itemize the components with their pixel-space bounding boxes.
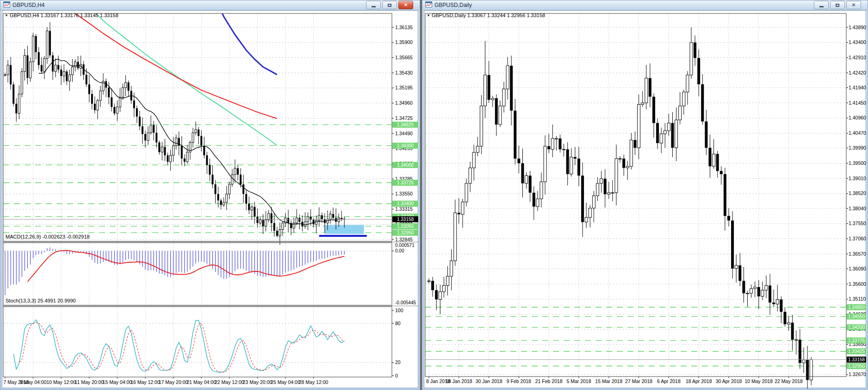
- svg-text:1.33425: 1.33425: [848, 349, 865, 354]
- svg-text:30 Jan 2018: 30 Jan 2018: [476, 378, 502, 384]
- svg-text:22 May 2018: 22 May 2018: [775, 378, 803, 384]
- svg-text:6 Apr 2018: 6 Apr 2018: [657, 378, 681, 384]
- svg-text:100: 100: [395, 308, 403, 313]
- svg-text:1.36090: 1.36090: [849, 266, 866, 271]
- svg-text:1.33158: 1.33158: [397, 217, 414, 222]
- svg-text:1.40960: 1.40960: [849, 115, 866, 120]
- svg-text:0: 0: [395, 373, 398, 378]
- minimize-icon: [819, 6, 824, 7]
- close-button[interactable]: ✕: [398, 1, 413, 9]
- chart-window-daily: GBPUSD,Daily ✕ 1.438901.434001.429101.42…: [422, 0, 868, 390]
- restore-icon: [836, 4, 839, 7]
- price-chart-canvas-daily[interactable]: 1.438901.434001.429101.424201.419401.414…: [424, 11, 867, 389]
- svg-text:1.42910: 1.42910: [849, 55, 866, 60]
- restore-button[interactable]: [382, 1, 397, 9]
- svg-text:1.34850: 1.34850: [848, 305, 865, 310]
- chart-ohlc-label-h4: ▼GBPUSD,H4 1.33167 1.33176 1.33145 1.331…: [5, 13, 118, 18]
- svg-text:15 Mar 2018: 15 Mar 2018: [595, 378, 622, 384]
- stoch-indicator-label: Stoch(13,3,3) 25.4991 20.9990: [6, 298, 76, 303]
- svg-text:1.34000: 1.34000: [397, 163, 414, 168]
- svg-text:1.41450: 1.41450: [849, 100, 866, 106]
- svg-text:1.33400: 1.33400: [397, 201, 414, 206]
- window-titlebar-h4[interactable]: GBPUSD,H4 ✕: [0, 0, 420, 10]
- svg-text:30 Apr 2018: 30 Apr 2018: [716, 378, 742, 384]
- window-title: GBPUSD,H4: [12, 2, 44, 8]
- svg-text:1.35900: 1.35900: [395, 39, 413, 45]
- svg-text:21 May 04:00: 21 May 04:00: [186, 379, 216, 385]
- svg-text:1.37060: 1.37060: [849, 236, 866, 241]
- close-button[interactable]: ✕: [846, 1, 861, 9]
- dropdown-arrow-icon[interactable]: ▼: [427, 13, 430, 18]
- svg-text:1.38040: 1.38040: [849, 206, 866, 211]
- minimize-button[interactable]: [814, 1, 829, 9]
- svg-text:1.33158: 1.33158: [848, 357, 865, 362]
- restore-icon: [388, 4, 391, 7]
- svg-text:28 May 12:00: 28 May 12:00: [299, 379, 329, 385]
- chart-ohlc-label-daily: ▼GBPUSD,Daily 1.33067 1.33244 1.32956 1.…: [427, 13, 545, 18]
- dropdown-arrow-icon[interactable]: ▼: [5, 13, 8, 18]
- svg-text:1.32670: 1.32670: [849, 371, 866, 377]
- chart-window-icon: [3, 1, 10, 9]
- svg-text:1.32950: 1.32950: [397, 230, 414, 235]
- svg-text:17 May 20:00: 17 May 20:00: [159, 379, 188, 385]
- svg-text:-0.005445: -0.005445: [395, 300, 416, 305]
- svg-text:9 Feb 2018: 9 Feb 2018: [507, 378, 531, 384]
- svg-text:1.34625: 1.34625: [397, 122, 414, 127]
- svg-text:11 May 20:00: 11 May 20:00: [74, 379, 104, 385]
- window-controls: ✕: [366, 1, 417, 9]
- svg-text:1.34960: 1.34960: [395, 100, 413, 106]
- svg-text:18 Jan 2018: 18 Jan 2018: [446, 378, 472, 384]
- svg-text:1.39010: 1.39010: [849, 176, 866, 181]
- close-icon: ✕: [404, 3, 408, 7]
- svg-text:1.32950: 1.32950: [848, 364, 865, 369]
- restore-button[interactable]: [830, 1, 845, 9]
- svg-text:1.35600: 1.35600: [849, 281, 866, 287]
- svg-text:10 May 2018: 10 May 2018: [744, 378, 773, 384]
- chart-area-daily: 1.438901.434001.429101.424201.419401.414…: [424, 10, 866, 388]
- svg-text:1.33050: 1.33050: [397, 224, 414, 229]
- svg-text:15 May 04:00: 15 May 04:00: [103, 379, 132, 385]
- chart-window-h4: GBPUSD,H4 ✕ 1.361351.359001.356651.35430…: [0, 0, 420, 390]
- svg-text:23 May 20:00: 23 May 20:00: [243, 379, 273, 385]
- svg-text:1.34725: 1.34725: [395, 115, 413, 121]
- svg-text:1.34550: 1.34550: [848, 314, 865, 319]
- svg-text:1.35195: 1.35195: [395, 85, 413, 90]
- minimize-icon: [372, 6, 376, 7]
- svg-text:80: 80: [395, 321, 401, 326]
- macd-indicator-label: MACD(12,26,9) -0.002623 -0.002918: [6, 234, 90, 239]
- svg-text:1.33775: 1.33775: [848, 338, 865, 343]
- svg-text:9 May 04:00: 9 May 04:00: [20, 379, 47, 385]
- svg-text:1.32845: 1.32845: [395, 237, 413, 242]
- svg-text:1.34200: 1.34200: [848, 325, 865, 330]
- svg-text:1.41940: 1.41940: [849, 85, 866, 90]
- svg-text:1.33725: 1.33725: [397, 180, 414, 185]
- window-controls: ✕: [814, 1, 865, 9]
- svg-text:1.42420: 1.42420: [849, 70, 866, 75]
- svg-text:1.34490: 1.34490: [395, 131, 413, 136]
- svg-text:1.34300: 1.34300: [397, 143, 414, 148]
- svg-text:1.35110: 1.35110: [849, 296, 866, 302]
- window-titlebar-daily[interactable]: GBPUSD,Daily ✕: [422, 0, 868, 10]
- svg-text:1.36570: 1.36570: [849, 251, 866, 257]
- svg-text:16 May 12:00: 16 May 12:00: [130, 379, 160, 385]
- svg-text:5 Mar 2018: 5 Mar 2018: [566, 378, 591, 384]
- svg-text:1.35430: 1.35430: [395, 70, 413, 75]
- window-title: GBPUSD,Daily: [434, 2, 472, 8]
- svg-text:1.38520: 1.38520: [849, 190, 866, 196]
- svg-text:1.35665: 1.35665: [395, 55, 413, 60]
- svg-text:21 Feb 2018: 21 Feb 2018: [535, 378, 563, 384]
- svg-text:1.33315: 1.33315: [395, 206, 413, 212]
- svg-text:0.00: 0.00: [395, 248, 404, 253]
- svg-text:1.43890: 1.43890: [849, 25, 866, 30]
- chart-window-icon: [425, 1, 432, 9]
- svg-text:25 May 04:00: 25 May 04:00: [271, 379, 300, 385]
- svg-text:1.37550: 1.37550: [849, 220, 866, 226]
- price-chart-canvas-h4[interactable]: 1.361351.359001.356651.354301.351951.349…: [2, 11, 419, 389]
- svg-text:27 Mar 2018: 27 Mar 2018: [625, 378, 652, 384]
- chart-area-h4: 1.361351.359001.356651.354301.351951.349…: [2, 10, 418, 388]
- minimize-button[interactable]: [366, 1, 381, 9]
- svg-text:1.43400: 1.43400: [849, 39, 866, 45]
- svg-text:22 May 12:00: 22 May 12:00: [215, 379, 244, 385]
- svg-text:0.000571: 0.000571: [395, 243, 415, 248]
- svg-text:1.39990: 1.39990: [849, 145, 866, 151]
